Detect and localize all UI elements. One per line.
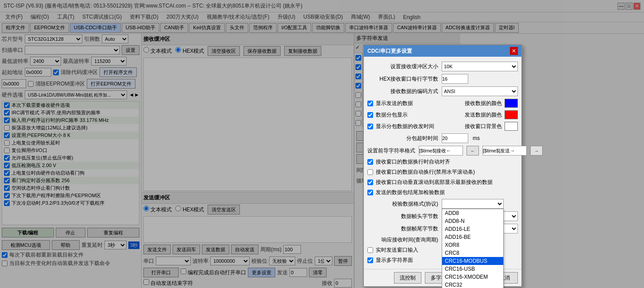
data-tail-label: 数据帧尾字节数 (367, 225, 438, 233)
packet-show-check[interactable] (367, 112, 373, 118)
recv-color-picker[interactable] (505, 99, 518, 108)
dropdown-item-CRC16-XMODEM[interactable]: CRC16-XMODEM (442, 273, 503, 281)
timeout-row: 分包超时时间 ms (367, 132, 518, 144)
cdc-modal-title: CDC/串口更多设置 (367, 47, 412, 55)
prefix-row: 设置前导字符串格式 ← → (367, 144, 518, 157)
recv-bg-label: 接收窗口背景色 (465, 123, 502, 130)
resp-time-label: 响应接收时间(查询周期) (367, 236, 438, 244)
hex-row-row: HEX接收窗口每行字节数 (367, 73, 518, 85)
prefix-label: 设置前导字符串格式 (367, 147, 415, 155)
apply-suffix-button[interactable]: → (530, 146, 543, 156)
recv-buff-select[interactable]: 10K (442, 62, 518, 71)
append-crc-label: 发送的数据包结尾加检验数据 (376, 189, 445, 196)
auto-align-label: 接收窗口的数据换行时自动对齐 (376, 158, 450, 166)
crc-dropdown-container: ADD8ADD8-NADD16-LEADD16-BEXOR8CRC8CRC16-… (442, 199, 504, 209)
dropdown-item-ADD8-N[interactable]: ADD8-N (442, 217, 503, 225)
show-time-row: 显示分包数据的收发时间 接收窗口背景色 (367, 121, 518, 132)
no-scroll-row: 接收窗口的数据自动换行(禁用水平滚动条) (367, 167, 518, 177)
timeout-ms: ms (473, 135, 480, 141)
crc-format-label: 校验数据格式(协议) (367, 200, 438, 208)
suffix-template-input[interactable] (482, 146, 527, 156)
dropdown-item-ADD16-LE[interactable]: ADD16-LE (442, 225, 503, 233)
append-crc-row: 发送的数据包结尾加检验数据 (367, 187, 518, 198)
timeout-input[interactable] (442, 133, 468, 143)
show-send-label: 显示发送的数据 (376, 100, 413, 107)
encoding-label: 接收数据的编码方式 (367, 88, 438, 95)
crc-format-select[interactable] (442, 199, 504, 209)
dropdown-item-ADD16-BE[interactable]: ADD16-BE (442, 233, 503, 241)
send-color-label: 发送数据的颜色 (465, 111, 502, 119)
packet-show-label: 数据分包显示 (376, 111, 408, 119)
apply-prefix-button[interactable]: ← (467, 146, 479, 156)
timeout-label: 分包超时时间 (367, 135, 438, 142)
recv-color-label: 接收数据的颜色 (465, 100, 502, 107)
crc-format-row: 校验数据格式(协议) ADD8ADD8-NADD16-LEADD16-BEXOR… (367, 198, 518, 210)
encoding-select[interactable]: ANSI (442, 86, 518, 96)
dropdown-item-XOR8[interactable]: XOR8 (442, 241, 503, 249)
show-time-check[interactable] (367, 124, 373, 129)
recv-buff-row: 设置接收缓冲区大小 10K (367, 60, 518, 73)
cdc-modal-title-bar: CDC/串口更多设置 ✕ (364, 45, 521, 57)
show-multi-label: 显示多字符界面 (376, 257, 413, 264)
dropdown-item-CRC16-USB[interactable]: CRC16-USB (442, 265, 503, 273)
show-time-label: 显示分包数据的收发时间 (376, 123, 434, 130)
data-head-label: 数据帧头字节数 (367, 213, 438, 220)
hex-row-label: HEX接收窗口每行字节数 (367, 75, 438, 83)
send-color-picker[interactable] (505, 110, 518, 119)
cdc-modal-content: 设置接收缓冲区大小 10K HEX接收窗口每行字节数 接收数据的编码方式 ANS… (364, 57, 521, 269)
auto-scroll-row: 接收窗口自动垂直滚动到底部显示最新接收的数据 (367, 177, 518, 187)
auto-scroll-check[interactable] (367, 179, 373, 185)
append-crc-check[interactable] (367, 190, 373, 195)
dropdown-item-CRC16-MODBUS[interactable]: CRC16-MODBUS (442, 257, 503, 265)
packet-show-row: 数据分包显示 发送数据的颜色 (367, 109, 518, 121)
prefix-template-input[interactable] (419, 146, 463, 156)
auto-scroll-label: 接收窗口自动垂直滚动到底部显示最新接收的数据 (376, 179, 493, 186)
show-send-row: 显示发送的数据 接收数据的颜色 (367, 97, 518, 109)
no-scroll-label: 接收窗口的数据自动换行(禁用水平滚动条) (376, 168, 475, 176)
cdc-modal-close-button[interactable]: ✕ (510, 47, 518, 55)
realtime-send-label: 实时发送窗口输入 (376, 246, 418, 254)
cdc-modal: CDC/串口更多设置 ✕ 设置接收缓冲区大小 10K HEX接收窗口每行字节数 … (363, 44, 522, 287)
auto-align-row: 接收窗口的数据换行时自动对齐 (367, 157, 518, 167)
recv-bg-picker[interactable] (505, 122, 518, 131)
dropdown-item-CRC8[interactable]: CRC8 (442, 249, 503, 257)
flow-ctrl-button[interactable]: 流控制 (394, 272, 421, 284)
dropdown-item-ADD8[interactable]: ADD8 (442, 209, 503, 217)
crc-dropdown-list[interactable]: ADD8ADD8-NADD16-LEADD16-BEXOR8CRC8CRC16-… (442, 209, 504, 288)
show-send-check[interactable] (367, 101, 373, 106)
hex-row-input[interactable] (442, 74, 468, 84)
dropdown-item-CRC32[interactable]: CRC32 (442, 281, 503, 288)
recv-buff-label: 设置接收缓冲区大小 (367, 63, 438, 70)
realtime-send-check[interactable] (367, 247, 373, 253)
no-scroll-check[interactable] (367, 169, 373, 175)
show-multi-check[interactable] (367, 257, 373, 263)
modal-overlay (0, 0, 644, 288)
auto-align-check[interactable] (367, 159, 373, 165)
encoding-row: 接收数据的编码方式 ANSI (367, 85, 518, 97)
